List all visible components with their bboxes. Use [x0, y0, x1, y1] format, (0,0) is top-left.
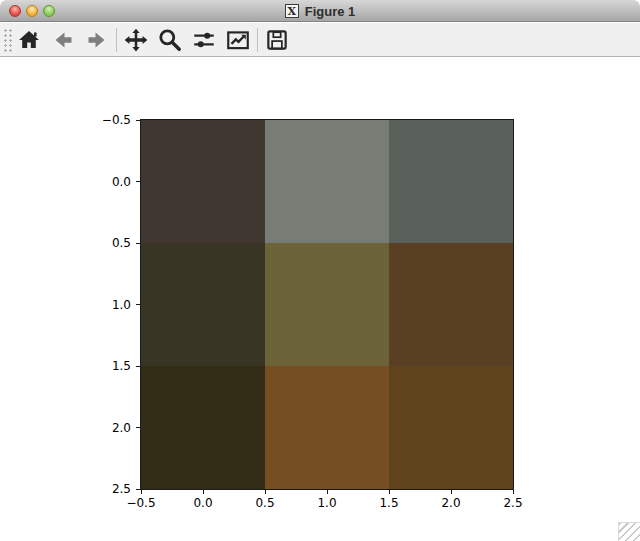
y-tick: [136, 120, 140, 121]
figure-canvas[interactable]: −0.50.00.51.01.52.02.5−0.50.00.51.01.52.…: [0, 58, 640, 541]
x11-app-icon: X: [285, 4, 299, 18]
line-chart-icon: [225, 27, 251, 53]
toolbar-drag-grip[interactable]: [2, 27, 12, 53]
toolbar-separator: [116, 28, 117, 52]
heatmap-cell-2-0: [141, 366, 265, 489]
x-tick-label: 1.0: [296, 496, 358, 510]
y-tick-label: 0.5: [86, 236, 131, 250]
x-tick: [513, 490, 514, 494]
y-tick-label: 1.5: [86, 359, 131, 373]
x-tick: [141, 490, 142, 494]
pan-move-icon: [123, 27, 149, 53]
y-tick-label: 0.0: [86, 175, 131, 189]
floppy-save-icon: [264, 27, 290, 53]
edit-parameters-button[interactable]: [221, 25, 255, 55]
forward-arrow-icon: [85, 28, 109, 52]
y-tick: [136, 304, 140, 305]
y-tick: [136, 427, 140, 428]
x-tick: [389, 490, 390, 494]
x-tick-label: 0.5: [234, 496, 296, 510]
heatmap-cell-1-0: [141, 243, 265, 366]
y-tick-label: 2.0: [86, 421, 131, 435]
title-bar: X Figure 1: [0, 0, 640, 22]
y-tick-label: −0.5: [86, 113, 131, 127]
save-button[interactable]: [260, 25, 294, 55]
y-tick-label: 2.5: [86, 482, 131, 496]
x-tick-label: 1.5: [358, 496, 420, 510]
back-arrow-icon: [51, 28, 75, 52]
home-icon: [17, 28, 41, 52]
configure-subplots-button[interactable]: [187, 25, 221, 55]
y-tick: [136, 181, 140, 182]
y-tick: [136, 366, 140, 367]
title-group: X Figure 1: [0, 0, 640, 22]
x-tick-label: 2.0: [420, 496, 482, 510]
heatmap-grid: [141, 120, 513, 489]
forward-button[interactable]: [80, 25, 114, 55]
x-tick: [327, 490, 328, 494]
x-tick-label: 0.0: [172, 496, 234, 510]
heatmap-cell-1-1: [265, 243, 389, 366]
x-tick-label: −0.5: [110, 496, 172, 510]
heatmap-cell-0-0: [141, 120, 265, 243]
pan-button[interactable]: [119, 25, 153, 55]
navigation-toolbar: [0, 23, 640, 57]
y-tick-label: 1.0: [86, 298, 131, 312]
toolbar-separator: [257, 28, 258, 52]
figure-window: X Figure 1: [0, 0, 640, 541]
heatmap-cell-0-2: [389, 120, 513, 243]
x-tick: [203, 490, 204, 494]
x-tick: [265, 490, 266, 494]
x-tick: [451, 490, 452, 494]
sliders-icon: [191, 27, 217, 53]
y-tick: [136, 243, 140, 244]
magnifier-icon: [157, 27, 183, 53]
x-tick-label: 2.5: [482, 496, 544, 510]
heatmap-cell-0-1: [265, 120, 389, 243]
y-tick: [136, 489, 140, 490]
heatmap-cell-2-1: [265, 366, 389, 489]
window-title: Figure 1: [305, 4, 356, 19]
heatmap-cell-2-2: [389, 366, 513, 489]
home-button[interactable]: [12, 25, 46, 55]
heatmap-cell-1-2: [389, 243, 513, 366]
window-resize-grip[interactable]: [618, 522, 640, 541]
back-button[interactable]: [46, 25, 80, 55]
plot-axes[interactable]: −0.50.00.51.01.52.02.5−0.50.00.51.01.52.…: [141, 120, 513, 489]
zoom-rect-button[interactable]: [153, 25, 187, 55]
